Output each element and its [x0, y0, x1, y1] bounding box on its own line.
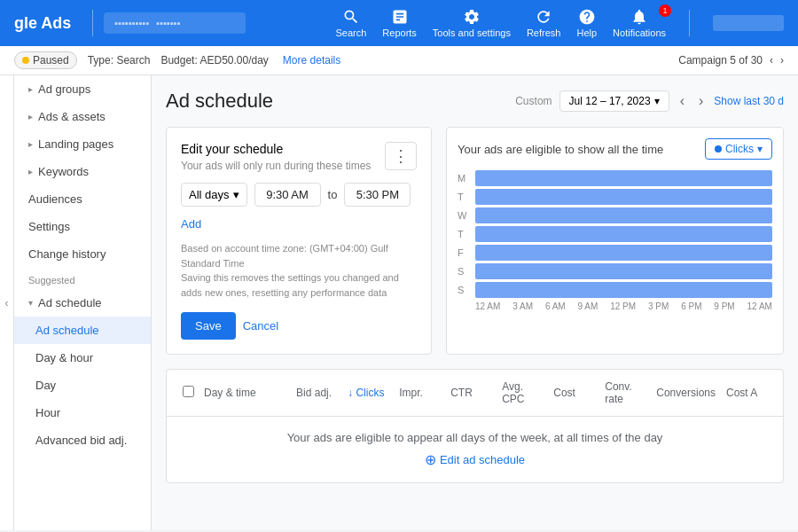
sidebar-item-day[interactable]: Day — [14, 372, 151, 399]
next-campaign-arrow[interactable]: › — [780, 54, 784, 66]
day-select[interactable]: All days ▾ — [181, 183, 247, 207]
sidebar-item-advanced-bid[interactable]: Advanced bid adj. — [14, 426, 151, 454]
chart-title: Your ads are eligible to show all the ti… — [458, 143, 663, 156]
sidebar-item-label: Hour — [35, 406, 60, 419]
clicks-metric-button[interactable]: Clicks ▾ — [705, 138, 772, 160]
chart-day-row-m: M — [458, 170, 772, 186]
save-button[interactable]: Save — [181, 312, 236, 340]
day-label-t2: T — [458, 229, 470, 239]
notifications-nav-item[interactable]: 1 Notifications — [613, 8, 666, 38]
nav-divider — [92, 10, 93, 36]
account-name-display — [713, 15, 784, 31]
sidebar-item-label: Ad groups — [38, 82, 90, 96]
day-label-s2: S — [458, 285, 470, 295]
sidebar-item-label: Day — [35, 379, 56, 392]
th-cost: Cost — [548, 383, 599, 403]
timezone-note: Based on account time zone: (GMT+04:00) … — [181, 241, 417, 300]
sidebar-item-hour[interactable]: Hour — [14, 399, 151, 426]
day-label-f: F — [458, 247, 470, 258]
day-chart: M T W — [458, 170, 772, 298]
notifications-nav-label: Notifications — [613, 27, 666, 38]
th-clicks[interactable]: ↓ Clicks — [342, 383, 394, 403]
chart-day-row-f: F — [458, 245, 772, 261]
day-label-s1: S — [458, 266, 470, 277]
th-checkbox[interactable] — [177, 382, 199, 403]
more-options-button[interactable]: ⋮ — [385, 142, 417, 170]
sidebar-item-label: Audiences — [28, 192, 82, 206]
sidebar-item-label: Keywords — [38, 165, 89, 178]
status-label: Paused — [33, 54, 69, 66]
account-selector[interactable]: ▪▪▪▪▪▪▪▪▪▪ ▪▪▪▪▪▪▪ — [104, 12, 246, 34]
sidebar-item-ads-assets[interactable]: ▸ Ads & assets — [14, 103, 151, 130]
nav-right-divider — [689, 10, 690, 36]
arrow-icon: ▸ — [28, 112, 33, 121]
nav-action-group: Search Reports Tools and settings Refres… — [335, 8, 784, 38]
time-to-input[interactable] — [344, 183, 411, 207]
sidebar-item-landing-pages[interactable]: ▸ Landing pages — [14, 130, 151, 158]
show-last-link[interactable]: Show last 30 d — [714, 95, 784, 107]
sidebar-item-change-history[interactable]: Change history — [14, 240, 151, 268]
edit-ad-schedule-link[interactable]: ⊕ Edit ad schedule — [181, 451, 769, 468]
sidebar-item-settings[interactable]: Settings — [14, 213, 151, 240]
search-nav-item[interactable]: Search — [335, 8, 366, 38]
suggested-section-label: Suggested — [14, 268, 151, 289]
sidebar-collapse-handle[interactable]: ‹ — [0, 75, 14, 530]
th-cost-a: Cost A — [721, 383, 772, 403]
next-date-arrow[interactable]: › — [695, 91, 707, 111]
day-bar-fill — [475, 226, 772, 242]
schedule-controls: All days ▾ to — [181, 183, 417, 207]
x-label-3am: 3 AM — [512, 301, 533, 311]
prev-campaign-arrow[interactable]: ‹ — [770, 54, 773, 66]
day-bar-track — [475, 189, 772, 205]
campaign-type: Type: Search — [88, 54, 151, 66]
sidebar-item-label: Landing pages — [38, 137, 113, 151]
date-range-btn[interactable]: Jul 12 – 17, 2023 ▾ — [559, 90, 669, 112]
prev-date-arrow[interactable]: ‹ — [677, 91, 688, 111]
day-bar-fill — [475, 282, 772, 298]
chart-day-row-s2: S — [458, 282, 772, 298]
plus-icon: ⊕ — [425, 451, 436, 468]
table-empty-state: Your ads are eligible to appear all days… — [167, 417, 783, 482]
day-bar-track — [475, 170, 772, 186]
th-avg-cpc-label: Avg. CPC — [502, 380, 524, 405]
day-bar-track — [475, 282, 772, 298]
more-details-link[interactable]: More details — [283, 54, 340, 66]
th-clicks-label: ↓ Clicks — [348, 387, 384, 399]
add-time-link[interactable]: Add — [181, 217, 201, 231]
sidebar-item-label: Ad schedule — [35, 324, 99, 337]
tools-nav-item[interactable]: Tools and settings — [433, 8, 511, 38]
top-navigation: gle Ads ▪▪▪▪▪▪▪▪▪▪ ▪▪▪▪▪▪▪ Search Report… — [0, 0, 798, 46]
day-bar-fill — [475, 170, 772, 186]
sidebar-item-keywords[interactable]: ▸ Keywords — [14, 158, 151, 185]
sidebar-item-ad-schedule-active[interactable]: Ad schedule — [14, 317, 151, 344]
day-label-m: M — [458, 173, 470, 184]
select-all-checkbox[interactable] — [183, 386, 194, 397]
sidebar-item-label: Advanced bid adj. — [35, 434, 127, 447]
th-ctr: CTR — [445, 383, 497, 403]
reports-nav-label: Reports — [382, 27, 417, 38]
x-label-6pm: 6 PM — [681, 301, 701, 311]
x-label-6am: 6 AM — [545, 301, 566, 311]
sidebar-item-label: Ads & assets — [38, 110, 106, 123]
chart-day-row-w: W — [458, 207, 772, 223]
x-label-9pm: 9 PM — [714, 301, 734, 311]
cancel-button[interactable]: Cancel — [243, 319, 278, 332]
refresh-nav-item[interactable]: Refresh — [527, 8, 561, 38]
time-from-input[interactable] — [254, 183, 321, 207]
help-nav-item[interactable]: Help — [576, 8, 597, 38]
campaign-nav: Campaign 5 of 30 ‹ › — [678, 54, 784, 66]
day-bar-fill — [475, 189, 772, 205]
sidebar-item-ad-groups[interactable]: ▸ Ad groups — [14, 75, 151, 103]
sidebar-item-audiences[interactable]: Audiences — [14, 185, 151, 213]
sidebar-item-ad-schedule-parent[interactable]: ▾ Ad schedule — [14, 289, 151, 317]
clicks-metric-label: Clicks — [725, 143, 754, 155]
x-label-9am: 9 AM — [578, 301, 598, 311]
search-nav-label: Search — [335, 27, 366, 38]
reports-nav-item[interactable]: Reports — [382, 8, 417, 38]
day-select-value: All days — [189, 188, 230, 201]
day-bar-track — [475, 207, 772, 223]
th-impr: Impr. — [394, 383, 445, 403]
sidebar-item-day-hour[interactable]: Day & hour — [14, 344, 151, 372]
date-range-value: Jul 12 – 17, 2023 — [569, 95, 651, 107]
th-day-time: Day & time — [199, 383, 291, 403]
